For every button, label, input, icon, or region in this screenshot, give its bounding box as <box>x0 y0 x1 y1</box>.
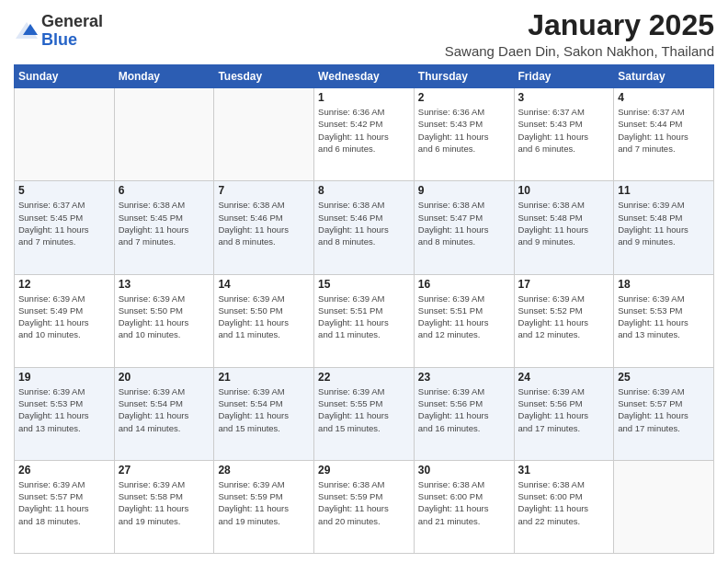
day-info-line: and 14 minutes. <box>119 422 210 434</box>
day-info-line: Sunrise: 6:39 AM <box>218 478 310 490</box>
day-number: 13 <box>119 278 210 291</box>
calendar-cell: 7Sunrise: 6:38 AMSunset: 5:46 PMDaylight… <box>214 181 314 274</box>
calendar-cell: 12Sunrise: 6:39 AMSunset: 5:49 PMDayligh… <box>15 274 115 367</box>
day-info-line: Daylight: 11 hours <box>418 131 510 143</box>
day-info-line: Sunset: 5:52 PM <box>518 304 610 316</box>
day-info: Sunrise: 6:39 AMSunset: 5:51 PMDaylight:… <box>318 293 410 341</box>
day-info-line: Daylight: 11 hours <box>418 224 510 236</box>
day-info-line: Sunrise: 6:38 AM <box>518 478 610 490</box>
day-number: 21 <box>218 371 310 384</box>
calendar-cell: 3Sunrise: 6:37 AMSunset: 5:43 PMDaylight… <box>514 88 614 181</box>
day-info-line: Sunset: 5:53 PM <box>18 397 110 409</box>
day-info-line: Sunrise: 6:39 AM <box>618 199 710 211</box>
day-number: 6 <box>119 184 210 197</box>
day-info-line: Sunrise: 6:39 AM <box>418 293 510 304</box>
day-info-line: Sunrise: 6:39 AM <box>518 293 610 304</box>
day-number: 31 <box>518 464 610 477</box>
day-info: Sunrise: 6:39 AMSunset: 5:59 PMDaylight:… <box>218 478 310 527</box>
calendar-cell: 1Sunrise: 6:36 AMSunset: 5:42 PMDaylight… <box>314 88 415 181</box>
day-info: Sunrise: 6:39 AMSunset: 5:53 PMDaylight:… <box>618 293 710 341</box>
calendar-week-row: 5Sunrise: 6:37 AMSunset: 5:45 PMDaylight… <box>15 181 714 274</box>
day-number: 2 <box>418 91 510 104</box>
day-number: 29 <box>318 464 410 477</box>
day-info-line: Sunrise: 6:39 AM <box>18 478 110 490</box>
day-info: Sunrise: 6:38 AMSunset: 5:47 PMDaylight:… <box>418 199 510 247</box>
day-info-line: Sunset: 5:56 PM <box>518 397 610 409</box>
day-info-line: Sunset: 5:58 PM <box>119 490 210 502</box>
day-info-line: Daylight: 11 hours <box>618 409 710 421</box>
calendar-cell: 14Sunrise: 6:39 AMSunset: 5:50 PMDayligh… <box>214 274 314 367</box>
day-info-line: and 16 minutes. <box>418 422 510 434</box>
day-info-line: Sunset: 5:55 PM <box>318 397 410 409</box>
weekday-header: Monday <box>114 65 214 88</box>
day-info-line: Daylight: 11 hours <box>18 502 110 514</box>
day-info-line: and 20 minutes. <box>318 515 410 527</box>
day-info-line: and 6 minutes. <box>418 143 510 155</box>
day-info-line: Sunrise: 6:39 AM <box>18 293 110 304</box>
calendar-cell: 2Sunrise: 6:36 AMSunset: 5:43 PMDaylight… <box>414 88 514 181</box>
day-info-line: Daylight: 11 hours <box>618 316 710 328</box>
day-info-line: and 15 minutes. <box>218 422 310 434</box>
calendar-cell: 23Sunrise: 6:39 AMSunset: 5:56 PMDayligh… <box>414 367 514 460</box>
day-number: 23 <box>418 371 510 384</box>
day-info-line: and 17 minutes. <box>618 422 710 434</box>
calendar-week-row: 19Sunrise: 6:39 AMSunset: 5:53 PMDayligh… <box>15 367 714 460</box>
day-info: Sunrise: 6:37 AMSunset: 5:44 PMDaylight:… <box>618 106 710 155</box>
day-info: Sunrise: 6:38 AMSunset: 6:00 PMDaylight:… <box>518 478 610 527</box>
day-info-line: Sunset: 5:48 PM <box>518 212 610 224</box>
day-info-line: Daylight: 11 hours <box>318 409 410 421</box>
day-info: Sunrise: 6:39 AMSunset: 5:50 PMDaylight:… <box>119 293 210 341</box>
day-number: 26 <box>18 464 110 477</box>
day-info: Sunrise: 6:36 AMSunset: 5:43 PMDaylight:… <box>418 106 510 155</box>
calendar-cell: 29Sunrise: 6:38 AMSunset: 5:59 PMDayligh… <box>314 460 415 553</box>
title-block: January 2025 Sawang Daen Din, Sakon Nakh… <box>445 9 714 59</box>
day-info-line: Daylight: 11 hours <box>318 502 410 514</box>
calendar-cell: 27Sunrise: 6:39 AMSunset: 5:58 PMDayligh… <box>114 460 214 553</box>
day-info-line: Daylight: 11 hours <box>618 224 710 236</box>
day-info-line: Sunrise: 6:39 AM <box>518 385 610 397</box>
calendar-cell: 4Sunrise: 6:37 AMSunset: 5:44 PMDaylight… <box>614 88 714 181</box>
day-info-line: and 19 minutes. <box>218 515 310 527</box>
day-info-line: Daylight: 11 hours <box>119 502 210 514</box>
day-info-line: Daylight: 11 hours <box>318 224 410 236</box>
day-info-line: Sunset: 5:51 PM <box>418 304 510 316</box>
weekday-header: Wednesday <box>314 65 415 88</box>
logo-blue-text: Blue <box>41 30 77 49</box>
day-info-line: Sunset: 5:50 PM <box>119 304 210 316</box>
weekday-header-row: SundayMondayTuesdayWednesdayThursdayFrid… <box>15 65 714 88</box>
day-info: Sunrise: 6:38 AMSunset: 5:46 PMDaylight:… <box>318 199 410 247</box>
calendar-cell: 10Sunrise: 6:38 AMSunset: 5:48 PMDayligh… <box>514 181 614 274</box>
logo-icon <box>14 18 40 44</box>
day-info-line: Sunrise: 6:36 AM <box>418 106 510 118</box>
day-info-line: Sunrise: 6:38 AM <box>418 199 510 211</box>
day-info-line: and 21 minutes. <box>418 515 510 527</box>
day-info-line: and 6 minutes. <box>318 143 410 155</box>
day-info-line: and 10 minutes. <box>18 328 110 340</box>
day-info-line: and 10 minutes. <box>119 328 210 340</box>
day-info-line: Sunset: 5:56 PM <box>418 397 510 409</box>
day-info-line: and 11 minutes. <box>218 328 310 340</box>
day-info-line: Sunrise: 6:39 AM <box>318 385 410 397</box>
day-info-line: Sunset: 5:48 PM <box>618 212 710 224</box>
calendar-cell: 13Sunrise: 6:39 AMSunset: 5:50 PMDayligh… <box>114 274 214 367</box>
day-info-line: and 7 minutes. <box>119 236 210 247</box>
calendar-cell: 25Sunrise: 6:39 AMSunset: 5:57 PMDayligh… <box>614 367 714 460</box>
calendar-week-row: 26Sunrise: 6:39 AMSunset: 5:57 PMDayligh… <box>15 460 714 553</box>
day-info-line: Sunrise: 6:39 AM <box>618 293 710 304</box>
day-info-line: Sunrise: 6:38 AM <box>318 478 410 490</box>
day-info-line: Daylight: 11 hours <box>119 316 210 328</box>
day-number: 24 <box>518 371 610 384</box>
day-number: 30 <box>418 464 510 477</box>
day-info-line: and 8 minutes. <box>418 236 510 247</box>
day-number: 17 <box>518 278 610 291</box>
calendar-cell: 5Sunrise: 6:37 AMSunset: 5:45 PMDaylight… <box>15 181 115 274</box>
page-header: General Blue January 2025 Sawang Daen Di… <box>14 9 714 59</box>
day-info: Sunrise: 6:38 AMSunset: 6:00 PMDaylight:… <box>418 478 510 527</box>
day-info-line: and 22 minutes. <box>518 515 610 527</box>
day-info: Sunrise: 6:39 AMSunset: 5:56 PMDaylight:… <box>418 385 510 434</box>
day-info-line: and 18 minutes. <box>18 515 110 527</box>
day-info: Sunrise: 6:39 AMSunset: 5:51 PMDaylight:… <box>418 293 510 341</box>
day-info-line: Sunset: 5:54 PM <box>119 397 210 409</box>
day-info-line: Daylight: 11 hours <box>318 131 410 143</box>
day-info-line: Sunrise: 6:37 AM <box>618 106 710 118</box>
